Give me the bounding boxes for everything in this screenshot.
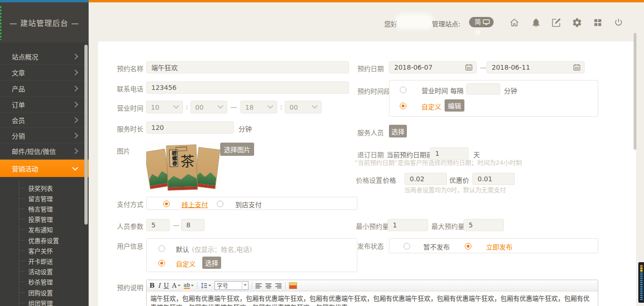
underline-icon[interactable]: U	[164, 282, 169, 289]
align-right-icon[interactable]	[275, 283, 282, 289]
chevron-right-icon	[72, 69, 78, 75]
userinfo-default-radio[interactable]	[158, 245, 165, 252]
page-scrollbar[interactable]	[634, 33, 636, 150]
price-input[interactable]: 0.02	[405, 173, 447, 185]
logo-green-dashes	[0, 6, 1, 40]
payment-instore-radio[interactable]	[217, 201, 223, 207]
sidebar-item-products[interactable]: 产品	[0, 81, 89, 97]
desc-content[interactable]: 端午狂欢，包厢有优惠端午狂欢，包厢有优惠端午狂欢，包厢有优惠端午狂欢，包厢有优惠…	[150, 294, 593, 306]
bell-icon[interactable]	[531, 17, 541, 28]
hours-from-hour-select[interactable]: 10	[146, 101, 183, 113]
calendar-icon[interactable]	[465, 64, 472, 72]
sidebar-item-orders[interactable]: 订单	[0, 97, 89, 113]
sidebar-item-distribution[interactable]: 分销	[0, 128, 89, 144]
bold-icon[interactable]: B	[149, 282, 155, 289]
tea-name-text: 碧螺春	[169, 149, 178, 167]
timeslot-custom-radio[interactable]	[400, 103, 406, 109]
publish-later-radio[interactable]	[404, 243, 410, 250]
greeting-text: 您好	[384, 19, 397, 28]
sidebar-scrollbar[interactable]	[84, 45, 88, 225]
choose-image-button[interactable]: 选择图片	[220, 143, 254, 156]
date-range-label: 预约日期	[357, 64, 384, 73]
timeslot-every-label: 每隔	[450, 86, 463, 95]
duration-input[interactable]: 120	[146, 121, 234, 134]
hours-from-min-select[interactable]: 00	[190, 101, 227, 113]
topbar-orange	[89, 0, 644, 2]
name-input[interactable]: 端午狂欢	[146, 61, 349, 73]
sidebar-subitem-group-manage[interactable]: 组团管理	[0, 298, 89, 306]
userinfo-default-label: 默认	[176, 244, 189, 254]
calendar-icon[interactable]	[573, 64, 580, 72]
sidebar-item-mail-sms-wechat[interactable]: 邮件/短信/微信	[0, 143, 89, 159]
line-spacing-icon[interactable]	[201, 282, 211, 289]
sidebar-subitem-customer-care[interactable]: 客户关怀	[0, 245, 89, 256]
reservation-form-card: 预约名称 端午狂欢 预约日期 2018-06-07 — 2018-06-11 联…	[98, 41, 636, 306]
chevron-right-icon	[72, 117, 78, 123]
rich-text-editor[interactable]: B I U A ab 字号 端午狂欢，包厢有优惠端午狂欢，包厢有优惠端午狂欢，包…	[146, 280, 598, 306]
font-color-icon[interactable]: A	[172, 282, 180, 289]
italic-icon[interactable]: I	[158, 282, 160, 289]
timeslot-unit-label: 分钟	[504, 86, 517, 95]
product-image: 碧螺春 茶	[146, 143, 220, 192]
sidebar-item-site-overview[interactable]: 站点概况	[0, 48, 89, 64]
phone-input[interactable]: 123456	[146, 81, 349, 94]
price-label: 价格	[383, 175, 396, 185]
browser-edge-widget[interactable]	[638, 262, 644, 303]
people-min-input[interactable]: 5	[146, 219, 170, 231]
staff-choose-button[interactable]: 选择	[389, 125, 407, 137]
discount-input[interactable]: 0.01	[472, 173, 515, 185]
sidebar-item-marketing[interactable]: 营销活动	[0, 160, 89, 177]
max-qty-input[interactable]: 5	[463, 219, 504, 231]
payment-box: 线上支付 到店支付	[146, 197, 357, 210]
publish-now-radio[interactable]	[465, 243, 471, 250]
payment-online-radio[interactable]	[163, 201, 170, 207]
sidebar-item-articles[interactable]: 文章	[0, 64, 89, 81]
timeslot-edit-button[interactable]: 编辑	[445, 99, 464, 112]
sidebar-subitem-activities[interactable]: 活动设置	[0, 266, 89, 276]
sidebar-subitem-card-gift[interactable]: 开卡即送	[0, 256, 89, 266]
userinfo-choose-button[interactable]: 选择	[202, 257, 221, 269]
sidebar-subitem-awards[interactable]: 获奖列表	[0, 183, 89, 193]
gear-icon[interactable]	[572, 17, 582, 28]
hours-to-min-select[interactable]: 00	[285, 101, 322, 113]
sidebar-subitem-coupons[interactable]: 优惠券设置	[0, 235, 89, 245]
userinfo-custom-label: 自定义	[176, 259, 196, 268]
timeslot-business-radio[interactable]	[400, 87, 406, 93]
payment-instore-label: 到店支付	[235, 200, 262, 209]
power-icon[interactable]	[613, 17, 624, 28]
duration-unit: 分钟	[239, 124, 252, 133]
redacted-username	[397, 16, 431, 27]
userinfo-custom-radio[interactable]	[158, 260, 165, 266]
people-max-input[interactable]: 8	[181, 219, 205, 231]
hours-to-hour-select[interactable]: 18	[240, 101, 277, 113]
sidebar-subitem-messages[interactable]: 留言管理	[0, 193, 89, 203]
font-size-select[interactable]: 字号	[215, 281, 248, 290]
sidebar-subitem-notices[interactable]: 发布通知	[0, 224, 89, 234]
payment-online-label[interactable]: 线上支付	[182, 200, 208, 209]
align-left-icon[interactable]	[256, 283, 262, 289]
chevron-down-icon	[173, 103, 179, 109]
image-label: 图片	[117, 146, 130, 155]
sidebar-subitem-changyan[interactable]: 畅言管理	[0, 203, 89, 214]
language-badge[interactable]: 简体	[469, 17, 494, 27]
align-center-icon[interactable]	[265, 283, 272, 289]
publish-now-label[interactable]: 立即发布	[486, 242, 512, 251]
staff-label: 服务人员	[357, 128, 384, 137]
people-label: 人员参数	[117, 221, 143, 231]
apps-grid-icon[interactable]	[593, 17, 603, 28]
sidebar-subitem-group-buy[interactable]: 团购设置	[0, 287, 89, 298]
timeslot-interval-input[interactable]	[466, 83, 500, 95]
date-from-input[interactable]: 2018-06-07	[389, 61, 477, 73]
highlight-icon[interactable]: ab	[184, 282, 194, 289]
sidebar-subitem-votes[interactable]: 投票管理	[0, 214, 89, 224]
insert-image-icon[interactable]	[289, 282, 297, 289]
sidebar-item-members[interactable]: 会员	[0, 112, 89, 128]
userinfo-default-note: (仅显示：姓名,电话)	[192, 244, 252, 254]
tea-calligraphy: 茶	[180, 150, 195, 171]
date-to-input[interactable]: 2018-06-11	[487, 61, 585, 73]
min-qty-input[interactable]: 1	[388, 219, 428, 231]
sidebar: — 建站管理后台 — 站点概况 文章 产品 订单 会员 分销 邮件/短信/微信 …	[0, 2, 89, 306]
sidebar-subitem-flash-sale[interactable]: 秒杀管理	[0, 276, 89, 287]
home-icon[interactable]	[509, 17, 520, 28]
edit-icon[interactable]	[551, 17, 561, 28]
